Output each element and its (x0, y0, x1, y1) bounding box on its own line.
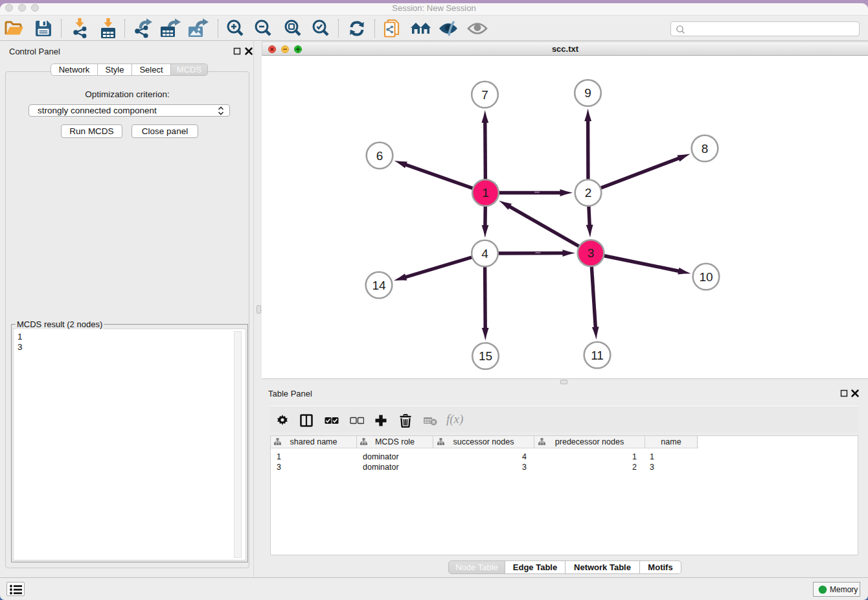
svg-text:1: 1 (482, 186, 489, 200)
svg-text:10: 10 (699, 270, 713, 284)
svg-text:4: 4 (481, 247, 488, 260)
svg-text:14: 14 (372, 279, 386, 292)
svg-text:9: 9 (584, 86, 591, 100)
svg-text:7: 7 (481, 88, 488, 102)
svg-text:6: 6 (376, 149, 383, 163)
svg-text:11: 11 (591, 349, 604, 362)
svg-text:2: 2 (585, 186, 592, 200)
svg-text:8: 8 (702, 142, 709, 156)
svg-text:15: 15 (479, 349, 492, 363)
svg-text:3: 3 (588, 246, 595, 260)
